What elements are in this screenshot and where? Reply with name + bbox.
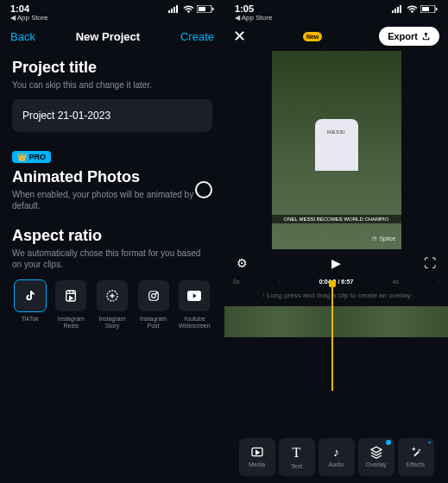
svg-rect-2: [174, 7, 175, 13]
svg-rect-5: [199, 7, 205, 11]
project-title-desc: You can skip this and change it later.: [12, 79, 212, 91]
tool-overlay[interactable]: Overlay: [358, 438, 394, 476]
status-indicators: [168, 5, 214, 13]
svg-rect-6: [212, 8, 214, 10]
aspect-ratio-section: Aspect ratio We automatically chose this…: [12, 227, 212, 329]
svg-rect-14: [394, 9, 396, 13]
new-project-screen: 1:04 ◀ App Store Back New Project Create…: [0, 0, 224, 483]
animated-photos-section: 👑 PRO Animated Photos When enabled, your…: [12, 147, 212, 211]
project-title-section: Project title You can skip this and chan…: [12, 59, 212, 132]
status-indicators: [392, 5, 438, 13]
ratio-tiktok[interactable]: TikTok: [12, 280, 48, 329]
post-icon: [138, 280, 169, 311]
aspect-desc: We automatically chose this format for y…: [12, 248, 212, 270]
status-time: 1:05: [235, 3, 254, 14]
overlay-icon: [369, 445, 383, 459]
svg-point-10: [151, 294, 155, 298]
svg-point-11: [155, 292, 156, 293]
video-preview[interactable]: ONEL MESSI BECOMES WORLD CHAMPIO ⟳ Splic…: [272, 51, 401, 249]
back-to-app-store[interactable]: ◀ App Store: [224, 14, 448, 22]
effects-icon: [409, 445, 423, 459]
back-to-app-store[interactable]: ◀ App Store: [0, 14, 224, 22]
preview-caption: ONEL MESSI BECOMES WORLD CHAMPIO: [272, 215, 401, 223]
nav-bar: Back New Project Create: [0, 22, 224, 52]
pro-badge: 👑 PRO: [12, 151, 51, 163]
svg-rect-13: [392, 10, 394, 13]
status-time: 1:04: [10, 3, 29, 14]
ratio-story[interactable]: Instagram Story: [94, 280, 130, 329]
timeline-area[interactable]: [224, 304, 448, 339]
svg-rect-3: [176, 5, 178, 13]
audio-icon: ♪: [333, 445, 339, 459]
settings-icon[interactable]: ⚙: [237, 256, 248, 270]
ratio-reels[interactable]: Instagram Reels: [54, 280, 90, 329]
player-controls: ⚙ ▶ ⛶: [224, 249, 448, 277]
reels-icon: [55, 280, 86, 311]
splice-watermark: ⟳ Splice: [372, 235, 395, 242]
svg-rect-1: [171, 9, 173, 13]
create-button[interactable]: Create: [180, 30, 214, 43]
project-title-heading: Project title: [12, 59, 212, 77]
project-title-input[interactable]: Project 21-01-2023: [12, 99, 212, 132]
tool-media[interactable]: Media: [239, 438, 275, 476]
animated-heading: Animated Photos: [12, 168, 195, 186]
fullscreen-icon[interactable]: ⛶: [424, 256, 436, 270]
tool-effects[interactable]: ●● Effects: [398, 438, 434, 476]
tiktok-icon: [15, 280, 46, 311]
tool-audio[interactable]: ♪ Audio: [319, 438, 355, 476]
svg-rect-15: [397, 7, 399, 13]
effects-dot: ●●: [428, 440, 431, 444]
time-ruler: 0s · 0:04.0 / 6:57 4s ·: [224, 277, 448, 286]
preview-content: [315, 119, 358, 171]
playhead[interactable]: [331, 284, 333, 391]
animated-desc: When enabled, your photos will be animat…: [12, 189, 195, 211]
tool-bar: Media T Text ♪ Audio Overlay ●● Effects: [224, 431, 448, 483]
svg-rect-16: [400, 5, 401, 13]
svg-rect-18: [422, 7, 429, 11]
ratio-post[interactable]: Instagram Post: [136, 280, 172, 329]
playhead-time: 0:04.0 / 6:57: [319, 279, 354, 285]
overlay-dot: [386, 440, 391, 445]
back-button[interactable]: Back: [10, 30, 35, 43]
aspect-heading: Aspect ratio: [12, 227, 212, 245]
svg-rect-0: [168, 10, 170, 13]
editor-screen: 1:05 ◀ App Store ✕ New Export ONEL MESSI…: [224, 0, 448, 483]
text-icon: T: [293, 445, 301, 461]
timeline-clip[interactable]: [224, 306, 448, 337]
animated-toggle[interactable]: [195, 181, 212, 198]
overlay-hint: ↑ Long press and drag a clip to create a…: [224, 286, 448, 304]
export-button[interactable]: Export: [379, 27, 439, 46]
svg-rect-19: [436, 8, 438, 10]
editor-top-bar: ✕ New Export: [224, 22, 448, 51]
tool-text[interactable]: T Text: [279, 438, 315, 476]
close-button[interactable]: ✕: [233, 27, 246, 46]
media-icon: [250, 445, 264, 459]
nav-title: New Project: [76, 30, 140, 43]
ratio-youtube[interactable]: Youtube Widescreen: [176, 280, 212, 329]
story-icon: [97, 280, 128, 311]
youtube-icon: [179, 280, 210, 311]
new-badge: New: [303, 32, 322, 41]
play-button[interactable]: ▶: [331, 256, 341, 270]
